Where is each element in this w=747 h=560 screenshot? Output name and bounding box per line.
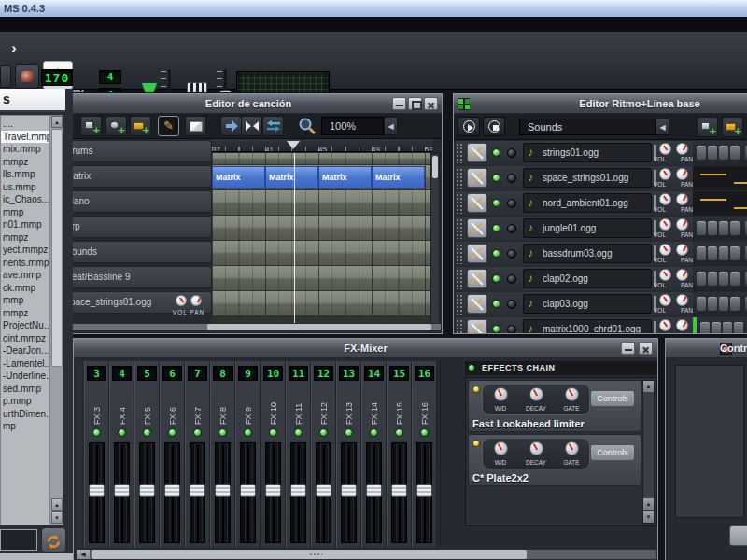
effect-controls-button[interactable]: Controls: [590, 390, 635, 407]
pan-knob[interactable]: [676, 294, 688, 306]
song-track[interactable]: Matrix VOL PAN: [57, 165, 212, 188]
channel-fader[interactable]: [164, 442, 180, 543]
file-item[interactable]: urthDimen...: [1, 408, 50, 421]
track-actions-button[interactable]: [467, 193, 487, 213]
fx-channel[interactable]: 9 FX 9: [235, 361, 261, 548]
instrument-name[interactable]: ♪bassdrum03.ogg: [523, 244, 652, 263]
scroll-thumb[interactable]: [51, 129, 63, 367]
fx-channel[interactable]: 8 FX 8: [210, 361, 235, 548]
file-item[interactable]: p.mmp: [1, 395, 50, 408]
drag-handle[interactable]: [456, 143, 464, 163]
track-actions-button[interactable]: [467, 244, 487, 263]
file-item[interactable]: nents.mmp: [1, 257, 50, 270]
mute-led[interactable]: [492, 325, 500, 333]
pattern-selector[interactable]: Sounds: [519, 119, 655, 135]
track-actions-button[interactable]: [467, 269, 487, 288]
channel-led[interactable]: [345, 428, 353, 437]
fx-channel[interactable]: 16 FX 16: [412, 361, 437, 548]
edit-mode-button[interactable]: [185, 116, 206, 136]
channel-fader[interactable]: [416, 442, 432, 543]
scroll-up-button[interactable]: ▲: [643, 498, 654, 510]
solo-knob[interactable]: [507, 325, 516, 333]
add-beat-track-button[interactable]: +: [697, 117, 718, 137]
fx-channel[interactable]: 3 FX 3: [84, 361, 109, 548]
pan-knob[interactable]: [676, 143, 688, 155]
scroll-thumb[interactable]: [92, 550, 527, 559]
mute-led[interactable]: [492, 249, 500, 258]
file-item[interactable]: us.mmp: [1, 181, 50, 194]
beat-cells[interactable]: [693, 292, 747, 316]
channel-led[interactable]: [244, 428, 252, 437]
song-track[interactable]: Arp VOL PAN: [57, 216, 212, 238]
instrument-name[interactable]: ♪space_strings01.ogg: [523, 168, 652, 188]
track-name[interactable]: space_strings01.ogg: [58, 292, 166, 313]
instrument-name[interactable]: ♪matrix1000_chrd01.ogg: [523, 319, 652, 333]
channel-led[interactable]: [294, 428, 303, 437]
pattern-block[interactable]: Matrix: [265, 166, 318, 189]
gate-knob[interactable]: [565, 441, 579, 455]
volume-knob[interactable]: [659, 193, 671, 205]
solo-knob[interactable]: [507, 148, 516, 158]
fader-handle[interactable]: [290, 484, 306, 497]
file-item[interactable]: ic_Chaos...: [1, 193, 50, 206]
swap-button[interactable]: [262, 116, 284, 136]
channel-fader[interactable]: [366, 442, 382, 543]
channel-led[interactable]: [92, 428, 101, 437]
channel-led[interactable]: [319, 428, 328, 437]
channel-fader[interactable]: [316, 442, 331, 543]
channel-fader[interactable]: [341, 442, 357, 543]
stop-button[interactable]: [483, 117, 505, 136]
drag-handle[interactable]: [456, 218, 464, 239]
solo-knob[interactable]: [507, 300, 516, 309]
beat-cells[interactable]: [693, 166, 747, 190]
channel-fader[interactable]: [290, 442, 306, 543]
tempo-display[interactable]: 170: [41, 69, 73, 86]
beat-cells[interactable]: [693, 141, 747, 165]
channel-led[interactable]: [420, 428, 429, 437]
fader-handle[interactable]: [416, 484, 432, 497]
drag-handle[interactable]: [456, 244, 464, 264]
add-controller-button[interactable]: [729, 525, 747, 546]
pan-knob[interactable]: [676, 168, 688, 180]
scroll-down-button[interactable]: ▼: [643, 511, 654, 523]
menu-bar[interactable]: [0, 17, 747, 32]
fx-horizontal-scrollbar[interactable]: ◀: [76, 549, 657, 560]
drag-handle[interactable]: [456, 269, 464, 289]
instrument-name[interactable]: ♪clap02.ogg: [523, 269, 652, 288]
instrument-name[interactable]: ♪nord_ambient01.ogg: [523, 193, 652, 213]
file-item[interactable]: -Lamentel...: [1, 357, 50, 371]
instrument-name[interactable]: ♪jungle01.ogg: [523, 218, 652, 238]
wet-dry-knob[interactable]: [494, 441, 508, 455]
drag-handle[interactable]: [456, 168, 464, 189]
draw-mode-button[interactable]: ✎: [158, 116, 179, 136]
file-item[interactable]: -DearJon...: [1, 344, 50, 357]
scroll-up-button[interactable]: ▲: [51, 498, 63, 511]
pan-knob[interactable]: [190, 295, 202, 306]
fader-handle[interactable]: [215, 484, 231, 497]
song-grid[interactable]: MatrixMatrixMatrixMatrix: [212, 153, 432, 325]
fx-mixer-titlebar[interactable]: FX-Mixer: [74, 339, 657, 358]
refresh-button[interactable]: [41, 527, 66, 553]
solo-knob[interactable]: [507, 274, 516, 284]
fx-channel[interactable]: 15 FX 15: [387, 361, 412, 548]
play-button[interactable]: [458, 117, 480, 136]
mute-led[interactable]: [492, 148, 500, 157]
instrument-name[interactable]: ♪clap03.ogg: [523, 294, 652, 314]
beat-cells[interactable]: [693, 317, 747, 333]
track-actions-button[interactable]: [467, 218, 487, 238]
instrument-name[interactable]: ♪strings01.ogg: [523, 143, 652, 162]
channel-led[interactable]: [118, 428, 126, 437]
zoom-button[interactable]: [298, 117, 317, 135]
beat-cells[interactable]: [693, 242, 747, 266]
scroll-down-button[interactable]: ▼: [51, 511, 63, 524]
close-button[interactable]: [424, 97, 438, 110]
decay-knob[interactable]: [529, 387, 543, 401]
file-item[interactable]: sed.mmp: [1, 383, 50, 396]
track-actions-button[interactable]: [467, 294, 487, 314]
file-item[interactable]: lls.mmp: [1, 168, 50, 181]
fader-handle[interactable]: [164, 484, 180, 497]
song-track[interactable]: space_strings01.ogg VOL PAN: [57, 291, 212, 314]
volume-knob[interactable]: [659, 143, 671, 155]
track-name[interactable]: Beat/Bassline 9: [58, 267, 211, 287]
fx-channel[interactable]: 11 FX 11: [286, 361, 311, 548]
